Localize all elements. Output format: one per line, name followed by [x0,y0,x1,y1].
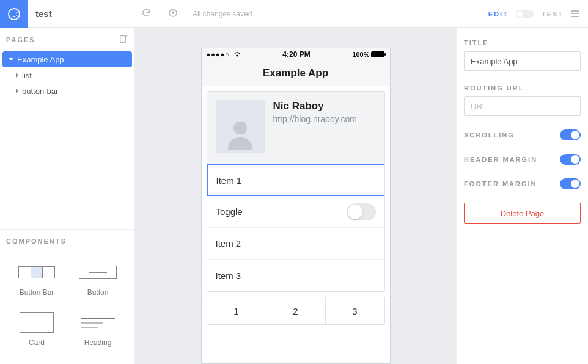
device-frame: ●●●●○ 4:20 PM 100% Example App [201,48,391,364]
component-card[interactable]: Card [6,305,67,355]
tree-item-label: button-bar [22,87,58,96]
component-label: Button [87,288,109,297]
statusbar-time: 4:20 PM [282,50,310,59]
inspector-panel: TITLE ROUTING URL SCROLLING HEADER MARGI… [457,28,588,364]
tree-item-label: Example App [17,55,64,64]
wifi-icon [233,51,241,58]
tree-item-label: list [22,71,32,80]
logo-icon [8,8,20,20]
scrolling-toggle[interactable] [560,129,581,140]
card-row[interactable]: Item 2 [207,228,384,260]
avatar [216,100,265,153]
tree-item-root[interactable]: Example App [2,51,132,67]
delete-page-button[interactable]: Delete Page [464,203,581,224]
battery-icon: 100% [352,51,384,58]
mode-edit-label[interactable]: EDIT [488,10,509,18]
card-row-label: Item 3 [216,271,241,281]
button-preview-icon [79,266,117,279]
mode-test-label[interactable]: TEST [542,10,564,18]
menu-icon[interactable] [571,10,579,17]
component-label: Heading [84,338,112,347]
card-name: Nic Raboy [273,100,357,112]
project-name: test [28,9,135,19]
card-row[interactable]: Item 3 [207,260,384,291]
tree-item[interactable]: list [0,67,134,83]
component-button-bar[interactable]: Button Bar [6,255,67,305]
card-preview-icon [20,312,54,333]
card-row-toggle[interactable]: Toggle [207,196,384,228]
save-status: All changes saved [193,10,252,18]
component-label: Card [29,338,45,347]
caret-down-icon [9,58,13,60]
footer-margin-toggle[interactable] [560,178,581,189]
refresh-icon[interactable] [141,8,151,20]
header-margin-toggle[interactable] [560,154,581,165]
card-url: http://blog.nraboy.com [273,114,357,124]
title-input[interactable] [464,51,581,71]
buttonbar-segment[interactable]: 1 [207,297,266,324]
heading-preview-icon [81,318,115,328]
buttonbar-segment[interactable]: 2 [266,297,326,324]
pages-header: PAGES [0,28,134,51]
component-label: Button Bar [20,288,54,297]
buttonbar[interactable]: 1 2 3 [207,297,385,325]
routing-url-input[interactable] [464,96,581,116]
svg-rect-1 [120,36,126,43]
left-panel: PAGES Example App list button-bar [0,28,135,364]
components-panel: COMPONENTS Button Bar Button Card Headin… [0,230,134,364]
pages-header-label: PAGES [6,36,35,43]
card-row-label: Toggle [216,206,243,217]
footer-margin-label: FOOTER MARGIN [464,180,537,187]
logo[interactable] [0,0,28,28]
card-row-label: Item 1 [216,175,242,186]
svg-point-2 [233,122,247,135]
caret-right-icon [16,89,18,93]
device-header-title[interactable]: Example App [202,60,390,86]
buttonbar-preview-icon [18,266,55,278]
canvas[interactable]: ●●●●○ 4:20 PM 100% Example App [135,28,457,364]
signal-icon: ●●●●○ [207,51,230,58]
card-header: Nic Raboy http://blog.nraboy.com [207,92,384,164]
component-button[interactable]: Button [67,255,128,305]
toggle-switch[interactable] [347,203,376,220]
download-icon[interactable] [168,8,178,20]
routing-url-label: ROUTING URL [464,84,581,92]
topbar: test All changes saved EDIT TEST [0,0,588,28]
card[interactable]: Nic Raboy http://blog.nraboy.com Item 1 … [207,91,385,292]
battery-percent: 100% [352,51,369,58]
add-page-icon[interactable] [119,34,128,45]
card-row[interactable]: Item 1 [207,164,384,196]
scrolling-label: SCROLLING [464,131,515,139]
component-heading[interactable]: Heading [67,305,128,355]
pages-tree: Example App list button-bar [0,51,134,105]
buttonbar-segment[interactable]: 3 [326,297,384,324]
card-row-label: Item 2 [216,238,241,249]
mode-toggle[interactable] [516,10,534,18]
header-margin-label: HEADER MARGIN [464,156,537,163]
device-statusbar: ●●●●○ 4:20 PM 100% [202,48,390,60]
title-label: TITLE [464,39,581,46]
caret-right-icon [16,73,18,78]
components-header-label: COMPONENTS [0,230,134,253]
tree-item[interactable]: button-bar [0,83,134,99]
